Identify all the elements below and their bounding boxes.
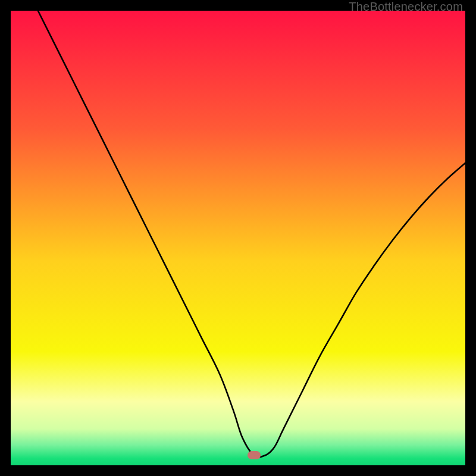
watermark-label: TheBottlenecker.com (349, 0, 463, 14)
optimal-point-marker (248, 451, 261, 459)
bottleneck-curve (11, 11, 465, 465)
chart-container: TheBottlenecker.com (0, 0, 476, 476)
plot-area (11, 11, 465, 465)
